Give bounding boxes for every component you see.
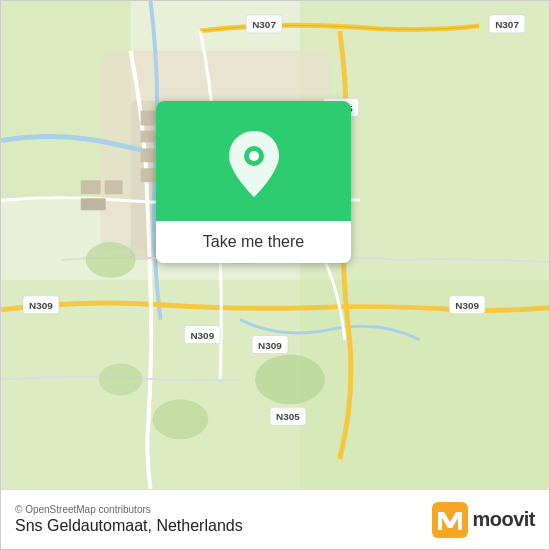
moovit-m-icon <box>432 502 468 538</box>
svg-rect-38 <box>81 198 106 210</box>
app: N307 N307 N305 N305 N309 N309 N309 N309 <box>0 0 550 550</box>
map-container[interactable]: N307 N307 N305 N305 N309 N309 N309 N309 <box>1 1 549 489</box>
location-name: Sns Geldautomaat, Netherlands <box>15 517 243 535</box>
moovit-logo: moovit <box>432 502 535 538</box>
svg-text:N305: N305 <box>276 411 300 422</box>
svg-text:N307: N307 <box>495 19 519 30</box>
svg-point-46 <box>153 399 209 439</box>
svg-rect-37 <box>105 180 123 194</box>
svg-text:N307: N307 <box>252 19 276 30</box>
svg-text:N309: N309 <box>258 340 282 351</box>
svg-point-47 <box>99 364 143 396</box>
svg-rect-36 <box>81 180 101 194</box>
popup-card: Take me there <box>156 101 351 263</box>
svg-text:N309: N309 <box>29 300 53 311</box>
moovit-text: moovit <box>472 508 535 531</box>
take-me-there-button[interactable]: Take me there <box>156 221 351 263</box>
bottom-left-info: © OpenStreetMap contributors Sns Geldaut… <box>15 504 243 535</box>
svg-text:N309: N309 <box>455 300 479 311</box>
svg-point-44 <box>86 242 136 278</box>
svg-rect-50 <box>432 502 468 538</box>
popup-header <box>156 101 351 221</box>
svg-text:N309: N309 <box>190 330 214 341</box>
bottom-bar: © OpenStreetMap contributors Sns Geldaut… <box>1 489 549 549</box>
svg-point-49 <box>249 151 259 161</box>
location-pin-icon <box>224 129 284 199</box>
osm-credit: © OpenStreetMap contributors <box>15 504 243 515</box>
svg-point-45 <box>255 355 325 405</box>
